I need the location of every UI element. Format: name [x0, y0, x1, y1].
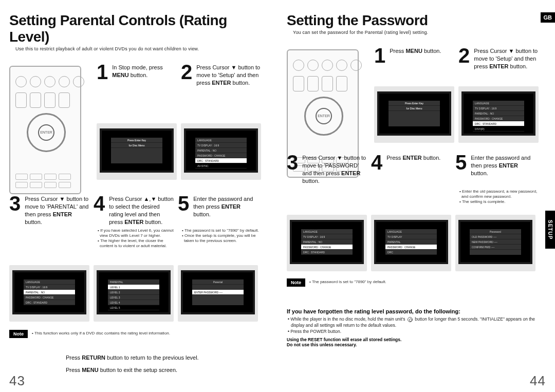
tv-screen: PARENTALLEVEL 1LEVEL 2LEVEL 3LEVEL 4LEVE…: [94, 265, 174, 322]
page-number-right: 44: [530, 373, 546, 389]
tv-screen: LANGUAGETV DISPLAYPARENTALPASSWORD CHANG…: [371, 215, 451, 271]
tv-screen: Press Enter Keyfor Disc Menu: [374, 86, 454, 143]
step-r1: 1 Press MENU button.: [374, 45, 454, 70]
step-r2-text: Press Cursor ▼ button to move to 'Setup'…: [474, 45, 539, 70]
step-r5-notes: Enter the old password, a new password, …: [458, 189, 539, 204]
step-r3: 3 Press Cursor ▼ button to move to 'PASS…: [287, 152, 367, 184]
forgot-bullet-1: While the player is in the no disc mode,…: [290, 316, 535, 328]
step-1: 1 In Stop mode, press MENU button.: [97, 62, 177, 87]
step-5: 5 Enter the password and then press ENTE…: [178, 193, 258, 226]
page-note-right: The password is set to "7890" by default…: [308, 279, 386, 285]
reset-warning-1: Using the RESET function will erase all …: [287, 337, 546, 342]
reset-warning-2: Do not use this unless necessary.: [287, 342, 546, 347]
page-right: GB Setting the Password You can set the …: [278, 0, 555, 392]
tv-screen: Parental ENTER PASSWORD ----: [178, 265, 258, 322]
tv-screen: PasswordOLD PASSWORD ----NEW PASSWORD --…: [455, 215, 535, 271]
menuexit-instruction: Press MENU button to exit the setup scre…: [66, 367, 199, 373]
note-label: Note: [287, 278, 305, 287]
step-r4: 4 Press ENTER button.: [371, 152, 451, 184]
step-r3-text: Press Cursor ▼ button to move to 'PASSWO…: [302, 152, 367, 184]
region-badge: GB: [541, 12, 556, 23]
page-left: Setting Parental Controls (Rating Level)…: [0, 0, 278, 392]
step-r2: 2 Press Cursor ▼ button to move to 'Setu…: [458, 45, 539, 70]
page-sub-left: Use this to restrict playback of adult o…: [15, 46, 268, 51]
remote-illustration: ENTER: [9, 66, 81, 194]
tv-screen: LANGUAGETV DISPLAY : 16:9PARENTAL : NOPA…: [181, 123, 261, 180]
step-r4-text: Press ENTER button.: [386, 152, 440, 184]
step-3: 3 Press Cursor ▼ button to move to 'PARE…: [9, 193, 89, 226]
tv-screen: LANGUAGETV DISPLAY : 16:9PARENTAL : NOPA…: [458, 86, 539, 143]
forgot-bullets: While the player is in the no disc mode,…: [287, 316, 546, 335]
step-2: 2 Press Cursor ▼ button to move to 'Setu…: [181, 62, 261, 87]
step-1-text: In Stop mode, press MENU button.: [112, 62, 177, 87]
step-r1-text: Press MENU button.: [390, 45, 441, 70]
page-note: This function works only if a DVD disc c…: [31, 331, 170, 336]
note-label: Note: [9, 330, 28, 338]
stop-icon: [408, 317, 413, 322]
tv-screen: Press Enter Keyfor Disc Menu: [97, 123, 177, 180]
return-instruction: Press RETURN button to return to the pre…: [66, 354, 199, 361]
step-2-text: Press Cursor ▼ button to move to 'Setup'…: [196, 62, 261, 87]
page-title-left: Setting Parental Controls (Rating Level): [9, 12, 268, 45]
step-5-text: Enter the password and then press ENTER …: [193, 193, 258, 226]
step-4-notes: If you have selected Level 6, you cannot…: [97, 228, 177, 249]
page-number-left: 43: [9, 373, 25, 389]
tv-screen: LANGUAGETV DISPLAY : 16:9PARENTAL : NOPA…: [9, 265, 89, 322]
step-r5-text: Enter the password and then press ENTER …: [471, 152, 535, 184]
step-4-text: Press Cursor ▲,▼ button to select the de…: [109, 193, 174, 226]
page-sub-right: You can set the password for the Parenta…: [293, 30, 546, 35]
side-tab-setup: SETUP: [545, 211, 555, 249]
tv-screen: LANGUAGETV DISPLAY : 16:9PARENTAL : NOPA…: [287, 215, 367, 271]
page-title-right: Setting the Password: [287, 12, 546, 29]
step-3-text: Press Cursor ▼ button to move to 'PARENT…: [25, 193, 89, 226]
step-4: 4 Press Cursor ▲,▼ button to select the …: [94, 193, 174, 226]
step-r5: 5 Enter the password and then press ENTE…: [455, 152, 535, 184]
forgot-title: If you have forgotten the rating level p…: [287, 308, 546, 314]
step-5-notes: The password is set to "7890" by default…: [181, 228, 261, 244]
